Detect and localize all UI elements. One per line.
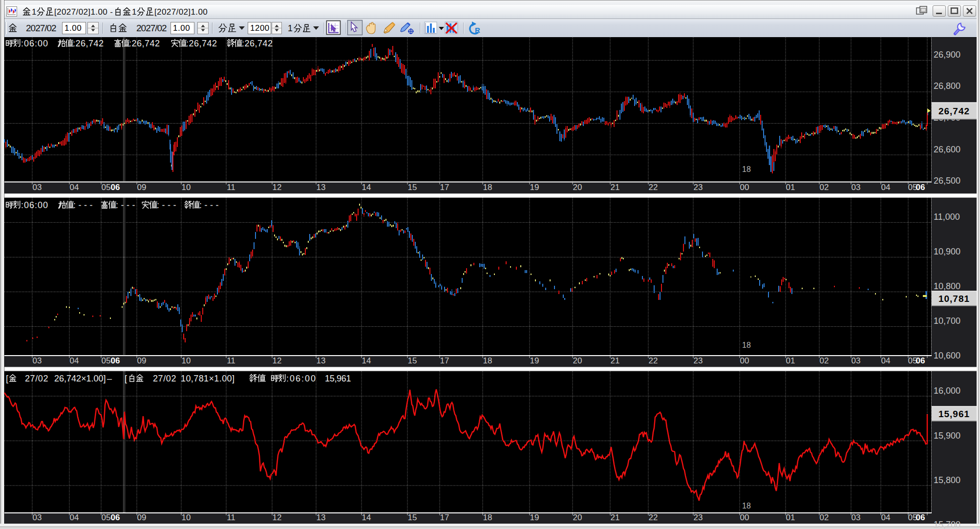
svg-text:11: 11: [227, 183, 235, 192]
svg-text:06: 06: [916, 183, 925, 192]
svg-text:03: 03: [852, 183, 861, 192]
svg-text:06: 06: [916, 513, 925, 522]
svg-text:00: 00: [740, 183, 749, 192]
svg-text:17: 17: [440, 356, 449, 365]
svg-text:03: 03: [33, 356, 42, 365]
svg-text:09: 09: [137, 513, 147, 522]
svg-text::---: :---: [157, 200, 179, 210]
svg-text::06:00: :06:00: [21, 39, 48, 48]
svg-text:11,000: 11,000: [934, 212, 960, 222]
svg-text:20: 20: [573, 183, 582, 192]
svg-text:22: 22: [649, 356, 658, 365]
svg-text:15,900: 15,900: [934, 431, 960, 441]
svg-text:03: 03: [33, 183, 42, 192]
svg-text:23: 23: [694, 513, 703, 522]
svg-text:18: 18: [483, 513, 492, 522]
svg-text:17: 17: [440, 513, 449, 522]
svg-text:10: 10: [182, 356, 191, 365]
svg-text:20: 20: [573, 356, 582, 365]
svg-text:06: 06: [111, 183, 120, 192]
svg-text:10,781×1.00]: 10,781×1.00]: [181, 374, 234, 383]
svg-text:04: 04: [881, 356, 891, 365]
svg-text:12: 12: [273, 513, 282, 522]
svg-text:18: 18: [742, 502, 751, 510]
svg-text:19: 19: [530, 183, 539, 192]
svg-text:27/02: 27/02: [25, 374, 48, 383]
svg-text:10,600: 10,600: [934, 351, 960, 360]
svg-text:03: 03: [852, 356, 861, 365]
svg-text:15: 15: [408, 513, 417, 522]
svg-text:21: 21: [611, 183, 620, 192]
svg-text:13: 13: [317, 513, 326, 522]
svg-text:26,600: 26,600: [934, 145, 960, 154]
svg-text:05: 05: [102, 356, 111, 365]
svg-text:10,900: 10,900: [934, 247, 960, 256]
svg-text:13: 13: [317, 356, 326, 365]
svg-text:23: 23: [694, 183, 703, 192]
svg-text:17: 17: [440, 183, 449, 192]
svg-text:01: 01: [786, 513, 795, 522]
svg-text:01: 01: [786, 356, 795, 365]
svg-text:18: 18: [483, 356, 492, 365]
svg-text:–: –: [107, 374, 112, 383]
svg-text::26,742: :26,742: [186, 39, 217, 48]
svg-text:01: 01: [786, 183, 795, 192]
svg-text:19: 19: [530, 356, 539, 365]
svg-text:10: 10: [182, 183, 191, 192]
svg-text:12: 12: [273, 356, 282, 365]
svg-text:11: 11: [227, 513, 235, 522]
svg-text:11: 11: [227, 356, 235, 365]
svg-text:26,742×1.00]: 26,742×1.00]: [54, 374, 106, 383]
svg-text:02: 02: [820, 513, 829, 522]
svg-text:15,800: 15,800: [934, 475, 960, 485]
svg-text:18: 18: [483, 183, 492, 192]
svg-text:04: 04: [70, 513, 79, 522]
svg-text:05: 05: [102, 183, 111, 192]
svg-text:[: [: [125, 374, 127, 383]
svg-text:03: 03: [33, 513, 42, 522]
svg-text:26,742: 26,742: [938, 106, 970, 116]
svg-text:04: 04: [881, 183, 891, 192]
svg-text:10,800: 10,800: [934, 281, 960, 291]
svg-text::---: :---: [116, 200, 138, 210]
svg-text:21: 21: [611, 356, 620, 365]
svg-text:18: 18: [742, 341, 751, 349]
svg-text:15,961: 15,961: [325, 374, 351, 383]
svg-text:[: [: [6, 374, 8, 383]
svg-text:15: 15: [408, 356, 417, 365]
svg-text:26,500: 26,500: [934, 176, 960, 186]
svg-text:00: 00: [740, 356, 749, 365]
svg-text:12: 12: [273, 183, 282, 192]
svg-text:10: 10: [182, 513, 191, 522]
svg-text:14: 14: [362, 513, 371, 522]
svg-text:14: 14: [362, 183, 371, 192]
svg-text:06: 06: [916, 356, 925, 365]
svg-text:21: 21: [611, 513, 620, 522]
svg-text::26,742: :26,742: [129, 39, 160, 48]
svg-text:20: 20: [573, 513, 582, 522]
svg-text:26,900: 26,900: [934, 50, 960, 60]
svg-text::---: :---: [73, 200, 95, 210]
svg-text:27/02: 27/02: [153, 374, 176, 383]
svg-text:09: 09: [137, 183, 147, 192]
svg-text:05: 05: [102, 513, 111, 522]
svg-text:02: 02: [820, 356, 829, 365]
svg-text:15,961: 15,961: [938, 409, 970, 419]
svg-text::---: :---: [199, 200, 221, 210]
svg-text:10,700: 10,700: [934, 316, 960, 326]
svg-text::06:00: :06:00: [286, 374, 317, 383]
svg-text:26,800: 26,800: [934, 81, 960, 91]
svg-text:04: 04: [70, 183, 79, 192]
svg-text:22: 22: [649, 183, 658, 192]
svg-text:06: 06: [111, 513, 120, 522]
svg-text:22: 22: [649, 513, 658, 522]
svg-text::06:00: :06:00: [21, 200, 48, 210]
svg-text:10,781: 10,781: [938, 294, 970, 304]
svg-text:04: 04: [881, 513, 891, 522]
svg-text:04: 04: [70, 356, 79, 365]
svg-text:18: 18: [742, 165, 751, 173]
svg-text:06: 06: [111, 356, 120, 365]
svg-text:02: 02: [820, 183, 829, 192]
svg-text:09: 09: [137, 356, 147, 365]
svg-text:15,700: 15,700: [934, 520, 960, 529]
